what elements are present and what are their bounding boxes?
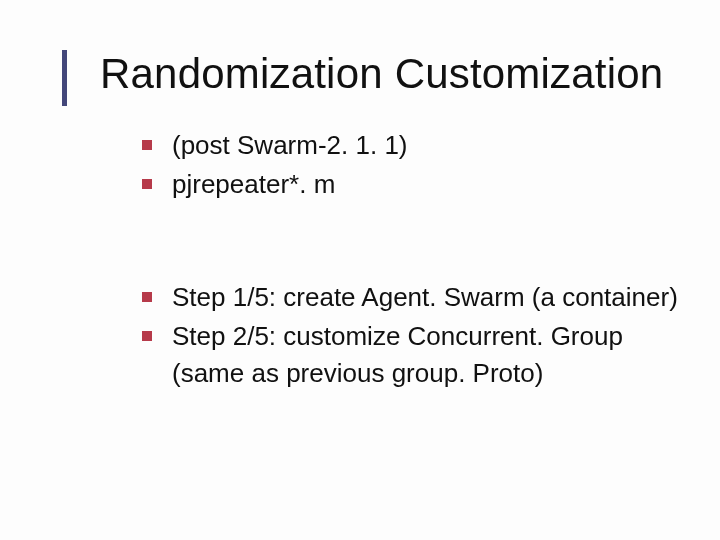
list-item-text: Step 1/5: create Agent. Swarm (a contain… [172, 280, 680, 315]
title-accent-bar [62, 50, 67, 106]
slide: Randomization Customization (post Swarm-… [0, 0, 720, 540]
list-item-text: Step 2/5: customize Concurrent. Group [172, 319, 680, 354]
list-item-text: (same as previous group. Proto) [172, 356, 680, 391]
square-bullet-icon [142, 140, 152, 150]
bullet-block-2: Step 1/5: create Agent. Swarm (a contain… [142, 280, 680, 391]
slide-title: Randomization Customization [100, 52, 680, 96]
list-item: Step 2/5: customize Concurrent. Group [142, 319, 680, 354]
list-item: (post Swarm-2. 1. 1) [142, 128, 680, 163]
square-bullet-icon [142, 179, 152, 189]
square-bullet-icon [142, 331, 152, 341]
list-item: Step 1/5: create Agent. Swarm (a contain… [142, 280, 680, 315]
list-item-text: (post Swarm-2. 1. 1) [172, 128, 680, 163]
list-item-continuation: (same as previous group. Proto) [142, 356, 680, 391]
indent-spacer [142, 356, 152, 357]
list-item: pjrepeater*. m [142, 167, 680, 202]
slide-content: (post Swarm-2. 1. 1) pjrepeater*. m Step… [100, 128, 680, 391]
bullet-block-1: (post Swarm-2. 1. 1) pjrepeater*. m [142, 128, 680, 202]
square-bullet-icon [142, 292, 152, 302]
list-item-text: pjrepeater*. m [172, 167, 680, 202]
